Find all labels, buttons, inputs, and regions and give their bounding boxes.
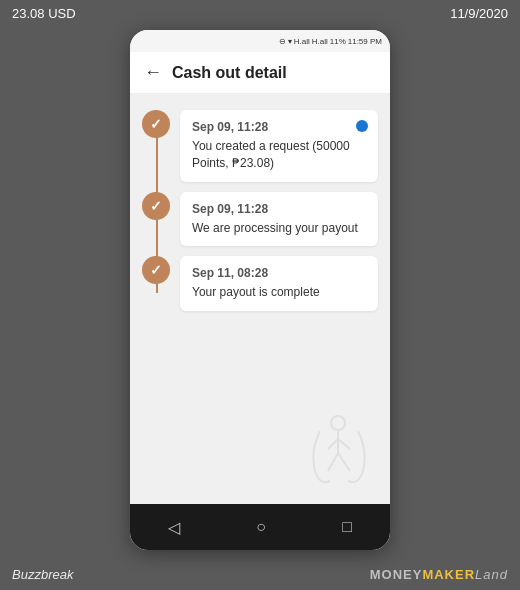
nav-back-button[interactable]: ◁ xyxy=(168,518,180,537)
check-icon-1: ✓ xyxy=(150,116,162,132)
signal-icon: H.all xyxy=(294,37,310,46)
card-text-1: You created a request (50000Points, ₱23.… xyxy=(192,138,366,172)
check-icon-3: ✓ xyxy=(150,262,162,278)
nav-recent-button[interactable]: □ xyxy=(342,518,352,536)
svg-line-3 xyxy=(338,439,350,449)
buzzbreak-label: Buzzbreak xyxy=(12,567,73,582)
timeline-dot-2: ✓ xyxy=(142,192,170,220)
timeline-dot-3: ✓ xyxy=(142,256,170,284)
svg-line-5 xyxy=(338,453,350,471)
card-text-2: We are processing your payout xyxy=(192,220,366,237)
blue-dot-indicator xyxy=(356,120,368,132)
overlay-date: 11/9/2020 xyxy=(450,6,508,21)
timeline: ✓ Sep 09, 11:28 You created a request (5… xyxy=(142,110,378,311)
page-header: ← Cash out detail xyxy=(130,52,390,94)
overlay-amount: 23.08 USD xyxy=(12,6,76,21)
signal-icon2: H.all xyxy=(312,37,328,46)
timeline-item-3: ✓ Sep 11, 08:28 Your payout is complete xyxy=(142,256,378,311)
svg-line-2 xyxy=(328,439,338,449)
timeline-card-1: Sep 09, 11:28 You created a request (500… xyxy=(180,110,378,182)
nav-home-button[interactable]: ○ xyxy=(256,518,266,536)
card-text-3: Your payout is complete xyxy=(192,284,366,301)
svg-line-4 xyxy=(328,453,338,471)
timeline-card-3: Sep 11, 08:28 Your payout is complete xyxy=(180,256,378,311)
back-button[interactable]: ← xyxy=(144,62,162,83)
timeline-item-1: ✓ Sep 09, 11:28 You created a request (5… xyxy=(142,110,378,182)
card-time-3: Sep 11, 08:28 xyxy=(192,266,366,280)
battery-icon: 11% xyxy=(330,37,346,46)
sim-icon: ⊖ xyxy=(279,37,286,46)
status-icons: ⊖ ▾ H.all H.all 11% 11:59 PM xyxy=(279,37,382,46)
timeline-item-2: ✓ Sep 09, 11:28 We are processing your p… xyxy=(142,192,378,247)
timeline-dot-1: ✓ xyxy=(142,110,170,138)
page-title: Cash out detail xyxy=(172,64,287,82)
maker-text: MAKER xyxy=(422,567,475,582)
status-bar: ⊖ ▾ H.all H.all 11% 11:59 PM xyxy=(130,30,390,52)
card-time-2: Sep 09, 11:28 xyxy=(192,202,366,216)
watermark xyxy=(300,411,380,495)
moneymaker-label: MONEYMAKERLand xyxy=(370,567,508,582)
timeline-card-2: Sep 09, 11:28 We are processing your pay… xyxy=(180,192,378,247)
card-time-1: Sep 09, 11:28 xyxy=(192,120,366,134)
nav-bar: ◁ ○ □ xyxy=(130,504,390,550)
money-text: MONEY xyxy=(370,567,423,582)
check-icon-2: ✓ xyxy=(150,198,162,214)
time-display: 11:59 PM xyxy=(348,37,382,46)
wifi-icon: ▾ xyxy=(288,37,292,46)
bottom-labels: Buzzbreak MONEYMAKERLand xyxy=(0,563,520,586)
svg-point-0 xyxy=(331,416,345,430)
land-text: Land xyxy=(475,567,508,582)
